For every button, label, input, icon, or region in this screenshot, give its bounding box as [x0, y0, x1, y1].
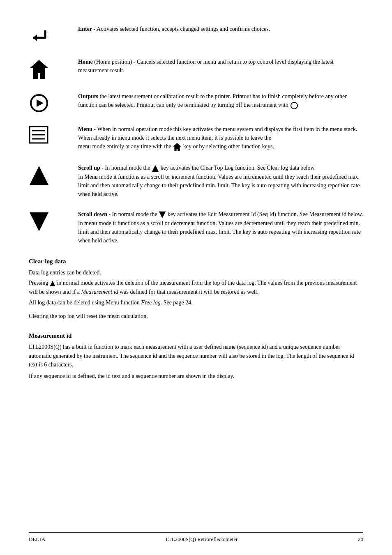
footer-center: LTL2000S(Q) Retroreflectometer [166, 536, 238, 543]
menu-key-icon [29, 125, 78, 144]
inline-up-icon-2 [50, 280, 55, 287]
svg-marker-13 [50, 281, 55, 286]
key-row-output: Outputs the latest measurement or calibr… [29, 92, 363, 113]
page: Enter - Activates selected function, acc… [0, 0, 392, 555]
enter-icon-svg [29, 25, 49, 46]
scroll-up-icon-svg [29, 164, 49, 187]
key-row-scroll-up: Scroll up - In normal mode the key activ… [29, 164, 363, 198]
footer-right: 20 [358, 536, 363, 543]
inline-home-icon [173, 142, 182, 152]
measurement-id-body: LTL2000S(Q) has a built in function to m… [29, 343, 363, 381]
scroll-down-key-icon [29, 210, 78, 233]
svg-marker-8 [173, 143, 181, 151]
svg-marker-10 [152, 165, 159, 172]
svg-marker-0 [33, 35, 37, 41]
footer: DELTA LTL2000S(Q) Retroreflectometer 20 [29, 532, 363, 543]
measurement-id-p1: LTL2000S(Q) has a built in function to m… [29, 343, 363, 369]
key-row-menu: Menu - When in normal operation mode thi… [29, 125, 363, 152]
measurement-id-heading: Measurement id [29, 332, 363, 339]
key-list: Enter - Activates selected function, acc… [29, 25, 363, 245]
home-icon-svg [29, 58, 49, 81]
footer-left: DELTA [29, 536, 45, 543]
menu-key-desc: Menu - When in normal operation mode thi… [78, 125, 363, 152]
key-row-home: Home (Home position) - Cancels selected … [29, 58, 363, 81]
output-icon-svg [29, 93, 49, 113]
home-key-desc: Home (Home position) - Cancels selected … [78, 58, 363, 75]
enter-key-icon [29, 25, 78, 46]
clear-log-p2: Pressing in normal mode activates the de… [29, 279, 363, 296]
output-key-icon [29, 92, 78, 113]
svg-marker-3 [37, 99, 44, 107]
menu-key-label: Menu [78, 126, 92, 132]
scroll-up-key-icon [29, 164, 78, 187]
scroll-up-label: Scroll up [78, 165, 100, 171]
scroll-up-key-desc: Scroll up - In normal mode the key activ… [78, 164, 363, 198]
output-key-label: Outputs [78, 93, 98, 99]
enter-key-label: Enter [78, 26, 92, 32]
clear-log-p3: All log data can be deleted using Menu f… [29, 298, 363, 307]
clear-log-p1: Data log entries can be deleted. [29, 268, 363, 277]
output-key-desc: Outputs the latest measurement or calibr… [78, 92, 363, 109]
enter-key-desc: Enter - Activates selected function, acc… [78, 25, 363, 33]
inline-down-icon [159, 211, 166, 219]
home-key-label: Home [78, 59, 93, 65]
measurement-id-p2: If any sequence id is defined, the id te… [29, 372, 363, 381]
key-row-enter: Enter - Activates selected function, acc… [29, 25, 363, 46]
scroll-down-key-desc: Scroll down - In normal mode the key act… [78, 210, 363, 245]
circle-power-icon [291, 102, 298, 109]
svg-marker-9 [30, 166, 48, 185]
svg-marker-11 [30, 212, 48, 231]
svg-marker-12 [159, 211, 166, 218]
inline-up-icon [152, 164, 159, 173]
scroll-down-icon-svg [29, 211, 49, 233]
svg-marker-1 [30, 60, 48, 79]
key-row-scroll-down: Scroll down - In normal mode the key act… [29, 210, 363, 245]
home-key-icon [29, 58, 78, 81]
menu-icon-svg [29, 126, 48, 144]
clear-log-p4: Clearing the top log will reset the mean… [29, 312, 363, 321]
clear-log-heading: Clear log data [29, 258, 363, 265]
clear-log-body: Data log entries can be deleted. Pressin… [29, 268, 363, 307]
scroll-down-label: Scroll down [78, 211, 107, 217]
